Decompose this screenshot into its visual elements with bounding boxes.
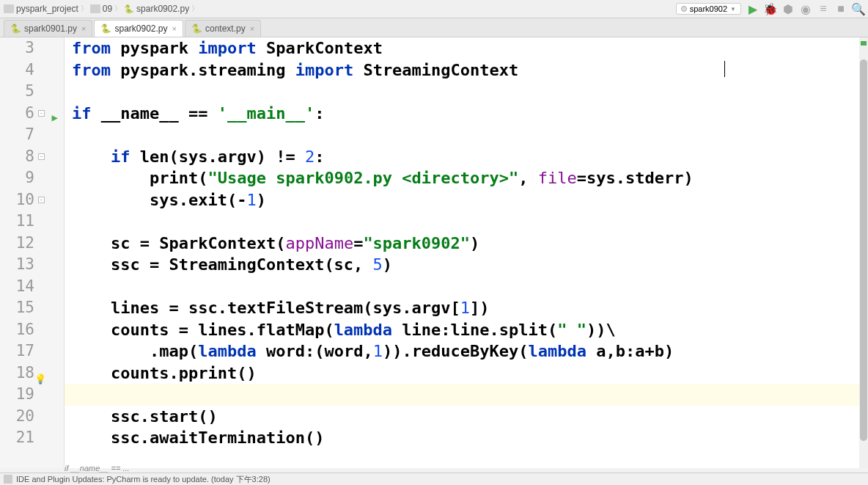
fold-icon[interactable]: -	[38, 153, 45, 160]
code-line: ssc.awaitTermination()	[72, 427, 868, 449]
breadcrumb[interactable]: pyspark_project 〉 09 〉 🐍spark0902.py 〉	[4, 4, 199, 14]
status-bar: IDE and Plugin Updates: PyCharm is ready…	[0, 473, 868, 485]
line-number: 7	[0, 124, 34, 146]
line-number: 8-	[0, 146, 34, 168]
code-line: from pyspark import SparkContext	[72, 37, 868, 59]
text-cursor	[724, 61, 725, 77]
line-number: 21	[0, 427, 34, 449]
line-number: 15	[0, 297, 34, 319]
run-config-selector[interactable]: spark0902 ▼	[676, 3, 741, 15]
close-icon[interactable]: ×	[81, 24, 86, 33]
bulb-icon[interactable]: 💡	[34, 368, 46, 390]
line-number: 14	[0, 276, 34, 298]
editor-tabs: 🐍spark0901.py× 🐍spark0902.py× 🐍context.p…	[0, 18, 868, 37]
line-number: 3	[0, 37, 34, 59]
current-line-highlight	[65, 384, 868, 406]
line-number: 13	[0, 254, 34, 276]
code-line: from pyspark.streaming import StreamingC…	[72, 59, 868, 81]
python-icon: 🐍	[124, 4, 134, 14]
close-icon[interactable]: ×	[250, 24, 254, 33]
code-content[interactable]: from pyspark import SparkContext from py…	[65, 37, 868, 468]
tab-spark0901[interactable]: 🐍spark0901.py×	[4, 20, 92, 37]
code-line: counts = lines.flatMap(lambda line:line.…	[72, 319, 868, 341]
code-line: print("Usage spark0902.py <directory>", …	[72, 167, 868, 189]
status-message[interactable]: IDE and Plugin Updates: PyCharm is ready…	[16, 474, 271, 485]
stop-button[interactable]: ■	[835, 3, 847, 15]
code-line	[72, 124, 868, 146]
line-number: 4	[0, 59, 34, 81]
line-gutter[interactable]: 3 4 5 6▶- 7 8- 9 10- 11 12 13 14 15 16 1…	[0, 37, 65, 468]
line-number: 19	[0, 384, 34, 406]
tab-spark0902[interactable]: 🐍spark0902.py×	[94, 20, 183, 37]
breadcrumb-project: pyspark_project	[16, 4, 78, 14]
breadcrumb-file: spark0902.py	[136, 4, 189, 14]
line-number: 16	[0, 319, 34, 341]
code-line: ssc.start()	[72, 406, 868, 428]
code-line: lines = ssc.textFileStream(sys.argv[1])	[72, 297, 868, 319]
python-icon: 🐍	[100, 23, 111, 34]
code-line: sc = SparkContext(appName="spark0902")	[72, 233, 868, 255]
scroll-marker	[861, 41, 867, 45]
fold-icon[interactable]: -	[38, 197, 45, 203]
python-icon: 🐍	[191, 23, 202, 34]
fold-icon[interactable]: -	[38, 110, 45, 117]
code-line: .map(lambda word:(word,1)).reduceByKey(l…	[72, 340, 868, 362]
line-number: 17	[0, 340, 34, 362]
top-toolbar: pyspark_project 〉 09 〉 🐍spark0902.py 〉 s…	[0, 0, 868, 18]
status-icon	[4, 475, 12, 484]
folder-icon	[90, 4, 100, 13]
search-button[interactable]: 🔍	[853, 3, 864, 15]
chevron-icon: 〉	[114, 4, 122, 14]
breadcrumb-context[interactable]: if __name__ == ...	[65, 464, 130, 473]
line-number: 12	[0, 233, 34, 255]
run-gutter-icon[interactable]: ▶	[52, 107, 58, 129]
scroll-thumb[interactable]	[860, 59, 867, 441]
line-number: 11	[0, 211, 34, 233]
folder-icon	[4, 4, 14, 13]
code-editor[interactable]: 3 4 5 6▶- 7 8- 9 10- 11 12 13 14 15 16 1…	[0, 37, 868, 468]
code-line: ssc = StreamingContext(sc, 5)	[72, 254, 868, 276]
close-icon[interactable]: ×	[172, 24, 177, 33]
code-line	[72, 276, 868, 298]
line-number: 9	[0, 167, 34, 189]
chevron-icon: 〉	[191, 4, 199, 14]
profile-button[interactable]: ◉	[800, 3, 812, 15]
line-number: 10-	[0, 189, 34, 211]
tab-context[interactable]: 🐍context.py×	[185, 20, 261, 37]
dropdown-icon: ▼	[730, 6, 736, 12]
code-line: if len(sys.argv) != 2:	[72, 146, 868, 168]
breadcrumb-folder: 09	[103, 4, 112, 14]
run-config-name: spark0902	[690, 4, 727, 13]
line-number: 5	[0, 81, 34, 103]
vertical-scrollbar[interactable]	[859, 37, 868, 468]
toolbar-actions: spark0902 ▼ ▶ 🐞 ⬢ ◉ ≡ ■ 🔍	[676, 3, 864, 15]
coverage-button[interactable]: ⬢	[782, 3, 794, 15]
attach-button[interactable]: ≡	[817, 3, 829, 15]
code-line: sys.exit(-1)	[72, 189, 868, 211]
config-icon	[681, 6, 687, 12]
chevron-icon: 〉	[81, 4, 88, 14]
code-line	[72, 211, 868, 233]
line-number: 6▶-	[0, 103, 34, 125]
code-line: counts.pprint()	[72, 362, 868, 384]
code-line: if __name__ == '__main__':	[72, 103, 868, 125]
python-icon: 🐍	[10, 23, 21, 34]
debug-button[interactable]: 🐞	[765, 3, 776, 15]
line-number: 20	[0, 406, 34, 428]
run-button[interactable]: ▶	[747, 3, 759, 15]
code-line	[72, 81, 868, 103]
line-number: 18💡	[0, 362, 34, 384]
